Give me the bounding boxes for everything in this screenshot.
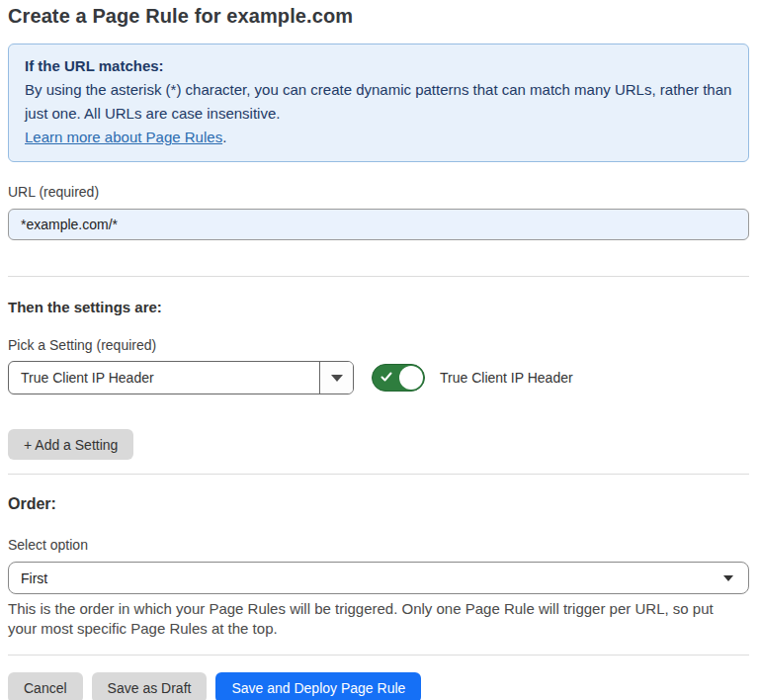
order-select[interactable]: First (8, 562, 749, 594)
chevron-down-icon (331, 375, 343, 382)
order-select-value: First (21, 570, 47, 586)
check-icon (380, 371, 392, 383)
url-field-label: URL (required) (8, 184, 749, 201)
order-helper-text: This is the order in which your Page Rul… (8, 599, 744, 639)
url-match-info-box: If the URL matches: By using the asteris… (8, 44, 749, 162)
setting-select-arrow-cell[interactable] (319, 362, 353, 394)
chevron-down-icon (723, 575, 733, 581)
divider (8, 276, 749, 277)
toggle-label: True Client IP Header (440, 370, 573, 386)
save-as-draft-button[interactable]: Save as Draft (92, 672, 208, 700)
link-suffix: . (222, 129, 226, 145)
order-section-heading: Order: (8, 495, 749, 513)
setting-select[interactable]: True Client IP Header (8, 361, 354, 394)
page-rule-form: Create a Page Rule for example.com If th… (0, 4, 760, 700)
settings-section-heading: Then the settings are: (8, 299, 749, 316)
setting-select-value: True Client IP Header (9, 370, 154, 386)
info-box-link-line: Learn more about Page Rules. (25, 126, 732, 149)
setting-toggle[interactable] (372, 364, 425, 392)
url-input[interactable] (8, 209, 749, 240)
toggle-knob (399, 366, 423, 390)
add-setting-button[interactable]: + Add a Setting (8, 429, 133, 460)
pick-setting-label: Pick a Setting (required) (8, 337, 749, 354)
save-and-deploy-button[interactable]: Save and Deploy Page Rule (215, 672, 421, 700)
setting-row: True Client IP Header True Client IP Hea… (8, 361, 749, 394)
action-buttons: Cancel Save as Draft Save and Deploy Pag… (8, 672, 749, 700)
cancel-button[interactable]: Cancel (8, 672, 83, 700)
info-box-body: By using the asterisk (*) character, you… (25, 78, 732, 126)
learn-more-link[interactable]: Learn more about Page Rules (25, 129, 222, 145)
divider (8, 474, 749, 475)
order-select-label: Select option (8, 537, 749, 554)
info-box-heading: If the URL matches: (25, 54, 732, 78)
page-title: Create a Page Rule for example.com (8, 4, 749, 28)
divider (8, 655, 749, 656)
